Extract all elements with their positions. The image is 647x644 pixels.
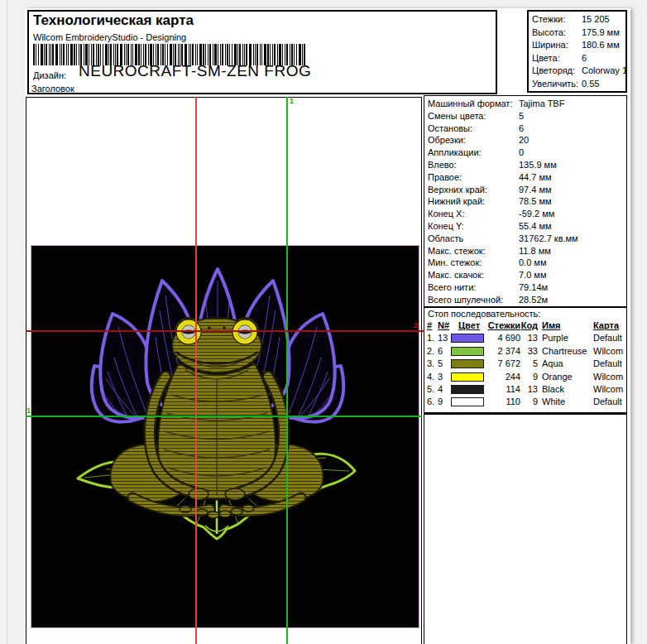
machine-row: Остановы:6: [424, 123, 626, 135]
color-cell: [451, 332, 487, 344]
summary-row: Цветоряд:Colorway 1: [529, 65, 625, 78]
row-label: Остановы:: [428, 123, 472, 135]
cell: Chartreuse: [538, 345, 587, 358]
summary-row: Увеличить:0.55: [529, 78, 625, 91]
color-cell: [451, 383, 487, 396]
row-label: Увеличить:: [532, 78, 578, 91]
row-label: Машинный формат:: [428, 98, 512, 110]
cell: White: [538, 396, 587, 408]
header-box: Технологическая карта Wilcom EmbroideryS…: [27, 10, 497, 94]
start-marker-top: 1: [290, 98, 294, 105]
app-subtitle: Wilcom EmbroideryStudio - Designing: [33, 32, 186, 42]
cell: 6.: [427, 396, 438, 408]
frog-eye-left: [176, 320, 202, 345]
cell: 13: [520, 383, 538, 396]
machine-row: Макс. стежок:11.8 мм: [424, 245, 626, 257]
machine-row: Смены цвета:5: [424, 110, 626, 123]
row-label: Мин. стежок:: [428, 257, 482, 269]
color-swatch: [451, 397, 484, 406]
row-label: Аппликации:: [428, 147, 482, 159]
cell: 3.: [427, 358, 438, 370]
barcode-bar: [60, 44, 60, 65]
cell: 5.: [427, 383, 438, 396]
column-header: N#: [438, 320, 451, 332]
worksheet-page: Технологическая карта Wilcom EmbroideryS…: [25, 8, 630, 644]
row-label: Обрезки:: [428, 134, 466, 147]
row-label: Нижний край:: [428, 195, 485, 208]
row-value: 20: [519, 134, 529, 147]
barcode-bar: [46, 44, 47, 65]
stop-table-row: 5.411413BlackWilcom: [424, 383, 626, 396]
cell: 4: [438, 383, 451, 396]
design-name: NEUROCRAFT-SM-ZEN FROG: [79, 62, 311, 80]
machine-row: Конец Y:55.4 мм: [424, 220, 626, 233]
machine-row: Конец X:-59.2 мм: [424, 208, 626, 220]
row-label: Всего нити:: [428, 281, 476, 294]
stop-table-header: #N#ЦветСтежкиКодИмяКарта: [424, 320, 626, 332]
row-label: Цветоряд:: [532, 65, 575, 78]
row-value: 7.0 мм: [519, 269, 546, 281]
summary-box: Стежки:15 205Высота:175.9 ммШирина:180.6…: [527, 10, 627, 93]
cell: Aqua: [538, 358, 587, 370]
caption-label: Заголовок: [31, 84, 74, 94]
barcode-bar: [70, 44, 73, 65]
row-value: 28.52м: [519, 294, 548, 306]
summary-row: Высота:175.9 мм: [529, 26, 625, 40]
row-label: Смены цвета:: [428, 110, 486, 123]
cell: 13: [438, 332, 451, 344]
row-value: 97.4 мм: [519, 184, 552, 196]
barcode-bar: [36, 44, 36, 65]
row-value: 0: [519, 147, 524, 159]
row-value: 31762.7 кв.мм: [519, 233, 578, 245]
machine-row: Влево:135.9 мм: [424, 159, 626, 171]
guide-green-horizontal: [26, 416, 422, 417]
color-swatch: [451, 347, 484, 356]
row-label: Стежки:: [532, 13, 565, 26]
separator-thick: [424, 412, 626, 415]
barcode-bar: [68, 44, 69, 65]
column-header: Карта: [587, 320, 626, 332]
summary-row: Цвета:6: [529, 52, 625, 65]
pane-edge: [7, 0, 7, 644]
barcode-bar: [38, 44, 39, 65]
barcode-bar: [55, 44, 58, 65]
row-value: 180.6 мм: [582, 39, 620, 52]
row-label: Высота:: [532, 26, 566, 40]
stop-table-row: 6.91109WhiteDefault: [424, 396, 626, 408]
machine-row: Область31762.7 кв.мм: [424, 233, 626, 245]
stop-table-row: 4.32449OrangeWilcom: [424, 371, 626, 383]
row-value: 135.9 мм: [519, 159, 557, 171]
color-cell: [451, 371, 487, 383]
row-label: Область: [428, 233, 463, 245]
summary-row: Ширина:180.6 мм: [529, 39, 625, 52]
row-value: 175.9 мм: [582, 26, 620, 40]
stop-table-row: 3.57 6725AquaDefault: [424, 358, 626, 370]
stop-sequence-title: Стоп последовательность:: [428, 309, 540, 319]
column-header: Имя: [538, 320, 587, 332]
barcode-bar: [50, 44, 51, 65]
barcode-bar: [33, 44, 35, 65]
row-value: 15 205: [582, 13, 610, 26]
cell: 110: [487, 396, 520, 408]
start-marker-left: 1: [26, 407, 31, 415]
color-cell: [451, 396, 487, 408]
row-value: Tajima TBF: [519, 98, 564, 110]
column-header: Стежки: [487, 320, 520, 332]
zen-frog-artwork: [31, 246, 419, 627]
row-value: 0.55: [582, 78, 599, 91]
cell: Default: [587, 358, 626, 370]
color-cell: [451, 358, 487, 370]
row-label: Конец X:: [428, 208, 464, 220]
machine-row: Правое:44.7 мм: [424, 171, 626, 184]
barcode-bar: [61, 44, 62, 65]
row-label: Влево:: [428, 159, 457, 171]
guide-red-vertical: [195, 97, 197, 644]
column-header: #: [427, 320, 438, 332]
cell: Purple: [538, 332, 587, 344]
row-label: Верхних край:: [428, 184, 487, 196]
cell: Wilcom: [587, 371, 626, 383]
machine-row: Мин. стежок:0.0 мм: [424, 257, 626, 269]
cell: Default: [587, 396, 626, 408]
barcode-bar: [63, 44, 65, 65]
row-value: 44.7 мм: [519, 171, 552, 184]
